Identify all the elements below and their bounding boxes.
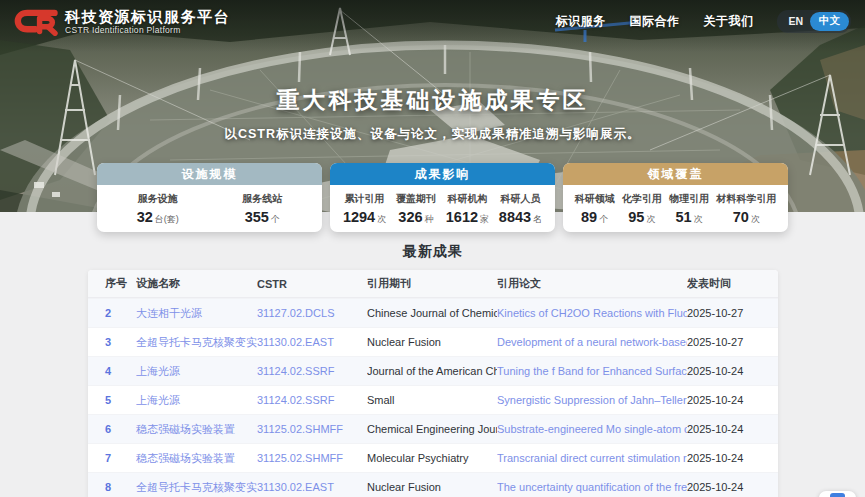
- cstr-link[interactable]: 31124.02.SSRF: [257, 394, 367, 406]
- table-row: 5 上海光源 31124.02.SSRF Small Synergistic S…: [88, 385, 778, 414]
- language-toggle[interactable]: EN 中文: [777, 10, 851, 33]
- latest-results-section: 最新成果 序号 设施名称 CSTR 引用期刊 引用论文 发表时间 2 大连相干光…: [88, 243, 778, 497]
- hero-subtitle: 以CSTR标识连接设施、设备与论文，实现成果精准追溯与影响展示。: [0, 126, 865, 143]
- floating-widget[interactable]: [819, 491, 856, 497]
- stat-value: 326种: [396, 208, 436, 226]
- facility-link[interactable]: 全超导托卡马克核聚变实…: [136, 335, 257, 350]
- facility-link[interactable]: 上海光源: [136, 364, 257, 379]
- stat-total-citations: 累计引用 1294次: [343, 192, 386, 226]
- facility-link[interactable]: 全超导托卡马克核聚变实…: [136, 480, 257, 495]
- card-body: 累计引用 1294次 覆盖期刊 326种 科研机构 1612家 科研人员 884…: [330, 185, 555, 232]
- nav-item-about-us[interactable]: 关于我们: [703, 13, 753, 30]
- stat-label: 服务设施: [137, 192, 179, 206]
- publish-date: 2025-10-27: [687, 336, 761, 348]
- cstr-link[interactable]: 31124.02.SSRF: [257, 365, 367, 377]
- stat-value: 355个: [242, 208, 282, 226]
- hero-title: 重大科技基础设施成果专区: [0, 85, 865, 116]
- facility-link[interactable]: 大连相干光源: [136, 306, 257, 321]
- stat-value: 1294次: [343, 208, 386, 226]
- cstr-link[interactable]: 31130.02.EAST: [257, 336, 367, 348]
- paper-link[interactable]: Synergistic Suppression of Jahn–Teller D…: [497, 394, 687, 406]
- table-row: 4 上海光源 31124.02.SSRF Journal of the Amer…: [88, 356, 778, 385]
- stat-value: 70次: [716, 208, 776, 226]
- stat-label: 化学引用: [622, 192, 662, 206]
- brand-text: 科技资源标识服务平台 CSTR Identification Platform: [65, 8, 230, 35]
- lang-option-en[interactable]: EN: [779, 13, 810, 29]
- table-row: 2 大连相干光源 31127.02.DCLS Chinese Journal o…: [88, 298, 778, 327]
- paper-link[interactable]: Substrate-engineered Mo single-atom cata…: [497, 423, 687, 435]
- facility-link[interactable]: 稳态强磁场实验装置: [136, 451, 257, 466]
- stat-value: 8843名: [499, 208, 542, 226]
- main-nav: 标识服务 国际合作 关于我们 EN 中文: [555, 10, 851, 33]
- row-seq: 6: [88, 423, 136, 435]
- publish-date: 2025-10-24: [687, 394, 761, 406]
- stat-service-beamlines: 服务线站 355个: [242, 192, 282, 226]
- journal-name: Small: [367, 394, 497, 406]
- row-seq: 8: [88, 481, 136, 493]
- card-body: 科研领域 89个 化学引用 95次 物理引用 51次 材料科学引用 70次: [563, 185, 788, 232]
- row-seq: 4: [88, 365, 136, 377]
- paper-link[interactable]: Tuning the f Band for Enhanced Surface R…: [497, 365, 687, 377]
- column-header-paper: 引用论文: [497, 276, 687, 291]
- lang-option-zh-active[interactable]: 中文: [810, 12, 849, 31]
- stat-label: 科研机构: [446, 192, 489, 206]
- facility-link[interactable]: 上海光源: [136, 393, 257, 408]
- cstr-logo-icon: [13, 7, 58, 36]
- widget-icon: [830, 493, 845, 497]
- stat-value: 1612家: [446, 208, 489, 226]
- publish-date: 2025-10-27: [687, 307, 761, 319]
- brand-logo-block[interactable]: 科技资源标识服务平台 CSTR Identification Platform: [13, 7, 230, 36]
- stat-value: 51次: [669, 208, 709, 226]
- facility-link[interactable]: 稳态强磁场实验装置: [136, 422, 257, 437]
- stat-label: 科研领域: [575, 192, 615, 206]
- journal-name: Chemical Engineering Journal: [367, 423, 497, 435]
- card-title-impact: 成果影响: [330, 163, 555, 185]
- stat-service-facilities: 服务设施 32台(套): [137, 192, 179, 226]
- cstr-link[interactable]: 31125.02.SHMFF: [257, 423, 367, 435]
- hero-copy: 重大科技基础设施成果专区 以CSTR标识连接设施、设备与论文，实现成果精准追溯与…: [0, 85, 865, 143]
- stat-value: 89个: [575, 208, 615, 226]
- table-row: 7 稳态强磁场实验装置 31125.02.SHMFF Molecular Psy…: [88, 443, 778, 472]
- card-title-field-coverage: 领域覆盖: [563, 163, 788, 185]
- stat-research-institutions: 科研机构 1612家: [446, 192, 489, 226]
- cstr-link[interactable]: 31130.02.EAST: [257, 481, 367, 493]
- stat-label: 物理引用: [669, 192, 709, 206]
- column-header-journal: 引用期刊: [367, 276, 497, 291]
- column-header-cstr: CSTR: [257, 278, 367, 290]
- stat-value: 95次: [622, 208, 662, 226]
- stat-label: 服务线站: [242, 192, 282, 206]
- latest-results-title: 最新成果: [88, 243, 778, 261]
- stat-label: 科研人员: [499, 192, 542, 206]
- journal-name: Nuclear Fusion: [367, 336, 497, 348]
- stats-card-impact: 成果影响 累计引用 1294次 覆盖期刊 326种 科研机构 1612家 科研人…: [330, 163, 555, 232]
- table-row: 6 稳态强磁场实验装置 31125.02.SHMFF Chemical Engi…: [88, 414, 778, 443]
- column-header-seq: 序号: [88, 276, 136, 291]
- top-navigation-bar: 科技资源标识服务平台 CSTR Identification Platform …: [0, 0, 865, 38]
- stat-chemistry-citations: 化学引用 95次: [622, 192, 662, 226]
- stat-label: 材料科学引用: [716, 192, 776, 206]
- nav-item-international-cooperation[interactable]: 国际合作: [629, 13, 679, 30]
- page: 科技资源标识服务平台 CSTR Identification Platform …: [0, 0, 865, 497]
- stat-journals-covered: 覆盖期刊 326种: [396, 192, 436, 226]
- cstr-link[interactable]: 31127.02.DCLS: [257, 307, 367, 319]
- nav-item-identifier-service[interactable]: 标识服务: [555, 13, 605, 30]
- latest-results-table: 序号 设施名称 CSTR 引用期刊 引用论文 发表时间 2 大连相干光源 311…: [88, 270, 778, 497]
- column-header-date: 发表时间: [687, 276, 761, 291]
- journal-name: Chinese Journal of Chemical…: [367, 307, 497, 319]
- journal-name: Nuclear Fusion: [367, 481, 497, 493]
- cstr-link[interactable]: 31125.02.SHMFF: [257, 452, 367, 464]
- paper-link[interactable]: Development of a neural network-based mo…: [497, 336, 687, 348]
- paper-link[interactable]: The uncertainty quantification of the fr…: [497, 481, 687, 493]
- paper-link[interactable]: Transcranial direct current stimulation …: [497, 452, 687, 464]
- brand-subtitle: CSTR Identification Platform: [65, 25, 230, 35]
- card-title-facility-scale: 设施规模: [97, 163, 322, 185]
- stat-label: 累计引用: [343, 192, 386, 206]
- stat-value: 32台(套): [137, 208, 179, 226]
- row-seq: 3: [88, 336, 136, 348]
- brand-title: 科技资源标识服务平台: [65, 8, 230, 25]
- table-row: 8 全超导托卡马克核聚变实… 31130.02.EAST Nuclear Fus…: [88, 472, 778, 497]
- stat-label: 覆盖期刊: [396, 192, 436, 206]
- paper-link[interactable]: Kinetics of CH2OO Reactions with Fluorin…: [497, 307, 687, 319]
- stat-materials-citations: 材料科学引用 70次: [716, 192, 776, 226]
- publish-date: 2025-10-24: [687, 452, 761, 464]
